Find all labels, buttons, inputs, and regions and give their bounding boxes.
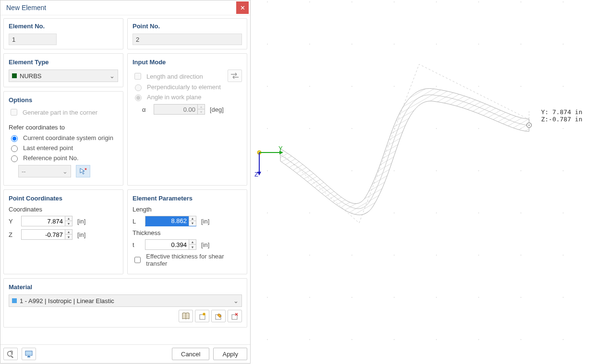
chevron-down-icon: ⌄ [62, 168, 68, 175]
element-parameters-box: Element Parameters Length L ▲▼ [in] Thic… [127, 189, 247, 274]
l-unit: [in] [201, 218, 209, 225]
coords-sub-label: Coordinates [9, 206, 118, 213]
t-input[interactable] [145, 240, 189, 249]
alpha-unit: [deg] [210, 106, 224, 113]
help-icon: ? [7, 350, 14, 358]
generate-corner-checkbox[interactable]: Generate part in the corner [9, 107, 118, 117]
material-new-button[interactable] [195, 310, 209, 322]
l-input[interactable] [145, 216, 189, 226]
chevron-down-icon: ⌄ [109, 72, 115, 80]
alpha-label: α [142, 106, 149, 113]
ref-point-select[interactable]: -- ⌄ [18, 165, 71, 177]
up-arrow-icon[interactable]: ▲ [65, 216, 72, 221]
material-value: 1 - A992 | Isotropic | Linear Elastic [20, 297, 114, 305]
effective-thickness-input[interactable] [134, 257, 141, 263]
l-label: L [133, 218, 140, 225]
element-no-input[interactable] [9, 34, 57, 45]
swap-direction-button[interactable] [228, 70, 242, 82]
refer-last-point-radio[interactable]: Last entered point [9, 144, 118, 152]
point-coords-label: Point Coordinates [9, 195, 118, 202]
material-select[interactable]: 1 - A992 | Isotropic | Linear Elastic ⌄ [9, 294, 242, 307]
element-type-box: Element Type NURBS ⌄ [3, 53, 123, 87]
new-element-dialog: New Element ✕ Element No. Point No. [0, 0, 251, 364]
perpendicular-radio[interactable]: Perpendicularly to element [133, 83, 228, 91]
effective-thickness-checkbox[interactable]: Effective thickness for shear transfer [133, 253, 242, 267]
svg-text:Y: Y [278, 146, 283, 152]
refer-last-point-input[interactable] [11, 145, 18, 152]
book-icon [181, 312, 190, 320]
material-label: Material [9, 283, 242, 291]
dialog-footer: ? Cancel Apply [0, 344, 250, 363]
edit-icon [215, 312, 222, 320]
generate-corner-input[interactable] [11, 109, 17, 116]
down-arrow-icon[interactable]: ▼ [65, 221, 72, 226]
z-spinner[interactable]: ▲▼ [21, 229, 72, 240]
pick-point-button[interactable] [76, 165, 90, 177]
material-edit-button[interactable] [211, 310, 226, 322]
l-spinner[interactable]: ▲▼ [145, 216, 196, 226]
point-no-input[interactable] [133, 34, 242, 45]
alpha-input[interactable] [154, 105, 197, 114]
y-spinner[interactable]: ▲▼ [21, 216, 72, 226]
refer-ref-point-input[interactable] [11, 155, 18, 162]
input-mode-box: Input Mode Length and direction Perpendi… [127, 53, 247, 186]
delete-icon [231, 312, 239, 320]
refer-ref-point-radio[interactable]: Reference point No. [9, 154, 118, 162]
point-no-box: Point No. [127, 18, 247, 49]
up-arrow-icon[interactable]: ▲ [65, 230, 72, 235]
element-no-box: Element No. [3, 18, 123, 49]
close-button[interactable]: ✕ [236, 1, 249, 14]
up-arrow-icon[interactable]: ▲ [198, 105, 205, 109]
refer-origin-radio[interactable]: Current coordinate system origin [9, 134, 118, 142]
dialog-header: New Element ✕ [0, 0, 250, 15]
down-arrow-icon[interactable]: ▼ [189, 245, 196, 249]
up-arrow-icon[interactable]: ▲ [189, 216, 196, 221]
chevron-down-icon: ⌄ [233, 297, 239, 305]
new-item-icon [198, 312, 206, 320]
svg-point-18 [529, 125, 530, 126]
axes-gizmo: Y Z [253, 146, 286, 179]
cursor-pick-icon [79, 167, 87, 175]
material-library-button[interactable] [179, 310, 193, 322]
down-arrow-icon[interactable]: ▼ [189, 221, 196, 226]
length-direction-input[interactable] [134, 73, 141, 80]
down-arrow-icon[interactable]: ▼ [65, 235, 72, 239]
angle-plane-radio[interactable]: Angle in work plane [133, 93, 228, 101]
coordinate-readout: Y: 7.874 in Z:-0.787 in [541, 108, 582, 123]
material-swatch [12, 298, 17, 303]
swap-arrows-icon [230, 72, 239, 79]
refer-origin-input[interactable] [11, 135, 18, 142]
angle-plane-input[interactable] [135, 94, 142, 101]
length-direction-checkbox[interactable]: Length and direction [133, 71, 228, 81]
nurbs-element-preview [251, 0, 591, 364]
z-input[interactable] [22, 230, 65, 239]
down-arrow-icon[interactable]: ▼ [198, 109, 205, 114]
options-box: Options Generate part in the corner Refe… [3, 91, 123, 186]
z-label: Z [9, 231, 16, 238]
cancel-button[interactable]: Cancel [172, 348, 209, 360]
point-coordinates-box: Point Coordinates Coordinates Y ▲▼ [in] … [3, 189, 123, 274]
element-no-label: Element No. [9, 23, 118, 30]
options-label: Options [9, 96, 118, 104]
apply-button[interactable]: Apply [213, 348, 247, 360]
model-canvas[interactable]: Y Z Y: 7.874 in Z:-0.787 in [251, 0, 591, 364]
thickness-sub-label: Thickness [133, 229, 242, 236]
material-delete-button[interactable] [228, 310, 242, 322]
y-unit: [in] [77, 218, 85, 225]
t-spinner[interactable]: ▲▼ [145, 239, 196, 250]
y-label: Y [9, 218, 16, 225]
element-type-select[interactable]: NURBS ⌄ [9, 70, 118, 82]
refer-coords-label: Refer coordinates to [9, 124, 118, 131]
svg-rect-6 [232, 315, 237, 319]
z-unit: [in] [77, 231, 85, 238]
help-button[interactable]: ? [3, 348, 18, 360]
svg-text:?: ? [10, 350, 13, 356]
view-settings-button[interactable] [22, 348, 36, 360]
element-type-value: NURBS [20, 72, 42, 80]
up-arrow-icon[interactable]: ▲ [189, 240, 196, 245]
alpha-spinner[interactable]: ▲▼ [154, 104, 205, 115]
y-input[interactable] [22, 216, 65, 226]
perpendicular-input[interactable] [135, 84, 142, 91]
input-mode-label: Input Mode [133, 59, 242, 66]
t-label: t [133, 241, 140, 248]
